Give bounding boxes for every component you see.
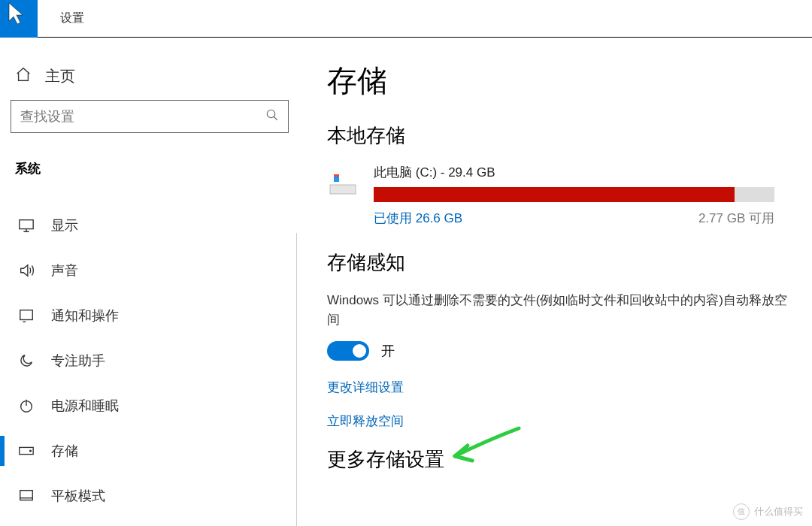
disk-row[interactable]: 此电脑 (C:) - 29.4 GB 已使用 26.6 GB 2.77 GB 可… bbox=[327, 164, 789, 227]
sidebar-item-display[interactable]: 显示 bbox=[11, 203, 286, 248]
sidebar-item-label: 显示 bbox=[51, 216, 78, 234]
main-content: 存储 本地存储 此电脑 (C:) - 29.4 GB 已使用 26.6 GB 2… bbox=[297, 38, 812, 526]
watermark-icon: 值 bbox=[733, 503, 750, 520]
change-details-link[interactable]: 更改详细设置 bbox=[327, 379, 789, 396]
storage-sense-toggle[interactable] bbox=[327, 341, 369, 361]
sidebar-home-label: 主页 bbox=[45, 66, 75, 86]
sidebar-item-label: 专注助手 bbox=[51, 352, 105, 370]
free-up-now-link[interactable]: 立即释放空间 bbox=[327, 413, 789, 430]
page-title: 存储 bbox=[327, 60, 789, 101]
moon-icon bbox=[18, 352, 35, 369]
svg-rect-2 bbox=[20, 310, 33, 320]
sidebar-item-power[interactable]: 电源和睡眠 bbox=[11, 383, 286, 428]
svg-rect-7 bbox=[330, 185, 356, 194]
home-icon bbox=[15, 66, 32, 86]
sidebar-item-label: 平板模式 bbox=[51, 487, 105, 505]
sound-icon bbox=[18, 262, 35, 279]
storage-sense-desc: Windows 可以通过删除不需要的文件(例如临时文件和回收站中的内容)自动释放… bbox=[327, 291, 789, 329]
disk-name: 此电脑 (C:) - 29.4 GB bbox=[374, 164, 774, 181]
usage-bar bbox=[374, 187, 774, 202]
sidebar-item-tablet[interactable]: 平板模式 bbox=[11, 473, 286, 518]
storage-icon bbox=[18, 443, 35, 459]
sidebar-item-label: 通知和操作 bbox=[51, 307, 119, 325]
titlebar: 设置 bbox=[0, 0, 812, 38]
search-input[interactable] bbox=[20, 109, 265, 125]
sidebar-category: 系统 bbox=[11, 156, 286, 182]
svg-point-5 bbox=[30, 450, 32, 452]
back-button[interactable] bbox=[0, 0, 38, 38]
local-storage-title: 本地存储 bbox=[327, 122, 789, 149]
svg-rect-1 bbox=[20, 220, 33, 229]
watermark-text: 什么值得买 bbox=[754, 505, 803, 518]
sidebar-item-focus[interactable]: 专注助手 bbox=[11, 338, 286, 383]
free-label: 2.77 GB 可用 bbox=[698, 210, 774, 227]
sidebar-item-notifications[interactable]: 通知和操作 bbox=[11, 293, 286, 338]
svg-rect-9 bbox=[334, 174, 339, 177]
power-icon bbox=[18, 398, 35, 414]
toggle-state-label: 开 bbox=[381, 342, 395, 360]
sidebar-item-label: 电源和睡眠 bbox=[51, 397, 119, 415]
storage-sense-title: 存储感知 bbox=[327, 249, 789, 276]
usage-fill bbox=[374, 187, 735, 202]
sidebar: 主页 系统 显示 声音 通知 bbox=[0, 38, 297, 526]
sidebar-home[interactable]: 主页 bbox=[11, 59, 286, 100]
sidebar-item-storage[interactable]: 存储 bbox=[11, 428, 286, 473]
notification-icon bbox=[18, 307, 35, 324]
svg-rect-6 bbox=[20, 491, 33, 500]
app-title: 设置 bbox=[60, 11, 84, 26]
disk-icon bbox=[327, 164, 359, 203]
watermark: 值 什么值得买 bbox=[733, 503, 803, 520]
more-storage-title: 更多存储设置 bbox=[327, 446, 789, 473]
cursor-icon bbox=[8, 2, 27, 26]
tablet-icon bbox=[18, 488, 35, 504]
search-icon bbox=[265, 108, 279, 125]
used-label[interactable]: 已使用 26.6 GB bbox=[374, 210, 462, 227]
sidebar-item-label: 存储 bbox=[51, 442, 78, 460]
sidebar-item-label: 声音 bbox=[51, 261, 78, 280]
monitor-icon bbox=[18, 217, 35, 234]
sidebar-item-sound[interactable]: 声音 bbox=[11, 248, 286, 293]
search-box[interactable] bbox=[11, 100, 289, 133]
svg-point-0 bbox=[267, 110, 275, 118]
